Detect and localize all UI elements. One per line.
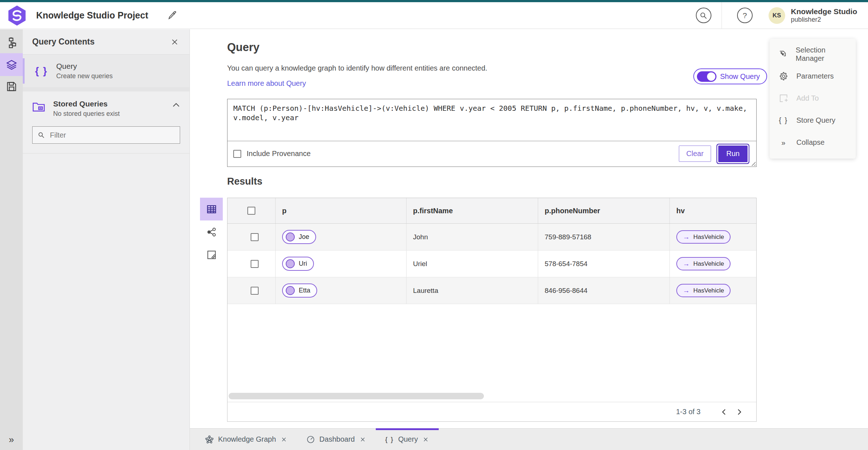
left-icon-rail: » xyxy=(0,29,23,450)
tab-dashboard[interactable]: Dashboard xyxy=(297,429,376,450)
entity-node-icon xyxy=(286,286,295,295)
collapse-menu-item[interactable]: » Collapse xyxy=(770,131,856,153)
menu-item-label: Collapse xyxy=(796,138,825,147)
tab-label: Query xyxy=(398,435,418,443)
cell-firstname: John xyxy=(406,224,538,250)
panel-item-query[interactable]: { } Query Create new queries xyxy=(23,55,190,87)
panel-title: Query Contents xyxy=(32,37,169,47)
select-all-checkbox[interactable] xyxy=(247,207,255,215)
help-button[interactable]: ? xyxy=(737,8,753,23)
app-header: Knowledge Studio Project ? KS Knowledge … xyxy=(0,2,868,29)
link-chart-icon xyxy=(207,227,217,237)
edit-title-button[interactable] xyxy=(165,10,179,21)
user-avatar[interactable]: KS xyxy=(769,7,785,24)
data-model-button[interactable] xyxy=(0,32,23,53)
query-item-text: Query Create new queries xyxy=(56,62,113,80)
entity-pill[interactable]: Joe xyxy=(282,230,316,244)
include-provenance-label: Include Provenance xyxy=(247,150,311,158)
save-button[interactable] xyxy=(0,76,23,97)
close-icon xyxy=(171,38,179,46)
menu-item-label: Selection Manager xyxy=(796,46,847,63)
question-mark-icon: ? xyxy=(743,11,747,20)
show-query-toggle[interactable]: Show Query xyxy=(693,68,767,84)
double-chevron-right-icon: » xyxy=(9,434,14,445)
selection-manager-item[interactable]: Selection Manager xyxy=(770,43,856,65)
tab-close-icon[interactable] xyxy=(280,436,288,443)
double-chevron-right-icon: » xyxy=(778,139,788,146)
map-view-button[interactable] xyxy=(200,243,223,266)
gear-icon xyxy=(778,72,788,81)
entity-label: Joe xyxy=(299,233,309,241)
search-icon xyxy=(699,12,707,20)
tab-close-icon[interactable] xyxy=(359,436,366,443)
panel-divider xyxy=(23,153,190,153)
search-button[interactable] xyxy=(696,8,711,23)
clear-button[interactable]: Clear xyxy=(679,146,711,162)
table-pagination: 1-3 of 3 xyxy=(227,402,756,421)
panel-gap xyxy=(23,87,190,92)
relationship-pill[interactable]: → HasVehicle xyxy=(676,257,731,270)
query-textarea[interactable]: MATCH (p:Person)-[hv:HasVehicle]->(v:Veh… xyxy=(227,99,756,141)
tab-query-active[interactable]: { } Query xyxy=(376,429,439,450)
chevron-right-icon xyxy=(736,408,743,416)
tab-label: Knowledge Graph xyxy=(218,435,276,443)
menu-item-label: Store Query xyxy=(796,116,835,125)
store-query-item[interactable]: { } Store Query xyxy=(770,109,856,131)
table-row: Joe John 759-889-57168 → HasVehicle xyxy=(227,224,756,251)
column-header-p[interactable]: p xyxy=(275,198,406,223)
query-item-subtitle: Create new queries xyxy=(56,72,113,80)
app-logo[interactable] xyxy=(7,5,27,26)
results-view-switcher xyxy=(200,198,223,266)
stored-queries-text: Stored Queries No stored queries exist xyxy=(53,100,172,118)
entity-pill[interactable]: Etta xyxy=(282,283,317,298)
relationship-pill[interactable]: → HasVehicle xyxy=(676,284,731,297)
filter-search-icon xyxy=(38,131,45,139)
stored-queries-header[interactable]: Stored Queries No stored queries exist xyxy=(23,92,190,118)
panel-header: Query Contents xyxy=(23,29,190,55)
table-view-button[interactable] xyxy=(200,198,223,220)
parameters-item[interactable]: Parameters xyxy=(770,65,856,87)
entity-label: Uri xyxy=(299,260,307,268)
filter-box xyxy=(32,126,180,144)
row-checkbox[interactable] xyxy=(251,233,259,241)
horizontal-scrollbar-thumb[interactable] xyxy=(229,393,484,399)
header-divider xyxy=(722,2,722,29)
relationship-label: HasVehicle xyxy=(693,260,724,268)
relationship-label: HasVehicle xyxy=(693,287,724,294)
selection-manager-icon xyxy=(778,50,788,59)
entity-pill[interactable]: Uri xyxy=(282,257,314,271)
stored-queries-subtitle: No stored queries exist xyxy=(53,110,172,118)
column-header-hv[interactable]: hv xyxy=(669,198,756,223)
tab-knowledge-graph[interactable]: Knowledge Graph xyxy=(196,429,297,450)
expand-panel-button[interactable]: » xyxy=(0,434,23,446)
tab-label: Dashboard xyxy=(319,435,355,443)
table-row: Uri Uriel 578-654-7854 → HasVehicle xyxy=(227,251,756,277)
run-button[interactable]: Run xyxy=(718,146,748,162)
learn-more-link[interactable]: Learn more about Query xyxy=(227,79,306,88)
entity-label: Etta xyxy=(299,287,310,294)
tab-close-icon[interactable] xyxy=(422,436,429,443)
include-provenance-checkbox[interactable] xyxy=(233,150,241,158)
link-chart-view-button[interactable] xyxy=(200,220,223,243)
results-title: Results xyxy=(227,176,263,187)
layers-button-active[interactable] xyxy=(0,53,23,76)
braces-icon: { } xyxy=(778,116,788,125)
row-checkbox[interactable] xyxy=(251,260,259,268)
column-header-firstname[interactable]: p.firstName xyxy=(406,198,538,223)
panel-close-button[interactable] xyxy=(169,37,180,47)
user-role: publisher2 xyxy=(791,16,857,24)
add-to-icon xyxy=(778,94,788,103)
entity-node-icon xyxy=(286,232,295,241)
arrow-right-icon: → xyxy=(683,287,690,295)
column-header-phonenumber[interactable]: p.phoneNumber xyxy=(538,198,669,223)
row-checkbox[interactable] xyxy=(251,287,259,295)
dashboard-gauge-icon xyxy=(306,435,315,444)
previous-page-button[interactable] xyxy=(716,406,732,418)
entity-node-icon xyxy=(286,259,295,268)
next-page-button[interactable] xyxy=(732,406,747,418)
query-editor: MATCH (p:Person)-[hv:HasVehicle]->(v:Veh… xyxy=(227,99,757,167)
query-context-menu: Selection Manager Parameters xyxy=(770,39,856,159)
relationship-pill[interactable]: → HasVehicle xyxy=(676,230,731,244)
filter-input[interactable] xyxy=(49,131,175,140)
hierarchy-icon xyxy=(6,37,17,48)
